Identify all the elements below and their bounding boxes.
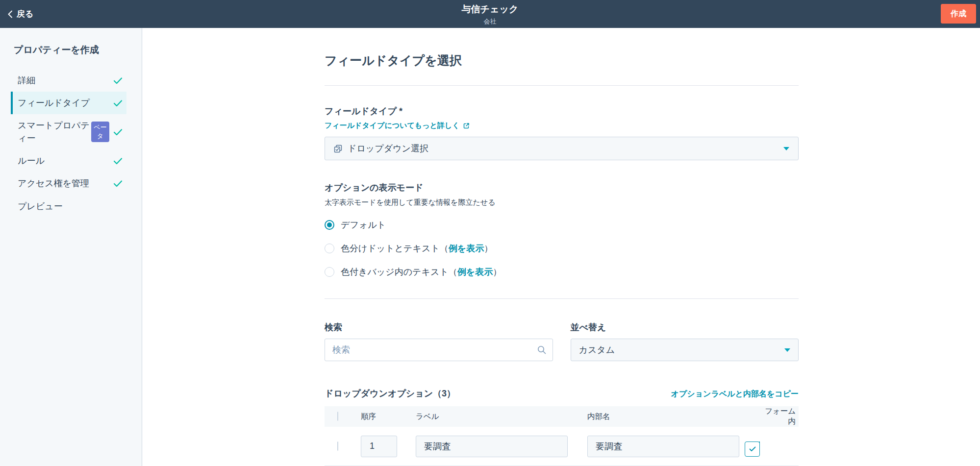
chevron-down-icon — [783, 147, 789, 150]
section-heading: フィールドタイプを選択 — [325, 52, 799, 69]
option-label-input[interactable] — [416, 436, 568, 457]
search-label: 検索 — [325, 321, 553, 333]
page-title: 与信チェック — [462, 3, 519, 16]
sidebar-item-label: ルール — [18, 154, 91, 167]
options-table: 順序 ラベル 内部名 フォーム内 — [325, 406, 799, 466]
main-panel: フィールドタイプを選択 フィールドタイプ * フィールドタイプについてもっと詳し… — [142, 28, 980, 466]
display-mode-description: 太字表示モードを使用して重要な情報を際立たせる — [325, 198, 799, 207]
options-table-header: 順序 ラベル 内部名 フォーム内 — [325, 406, 799, 427]
page-subtitle: 会社 — [484, 17, 497, 26]
step-complete-check-icon — [113, 99, 123, 107]
sidebar-item-field-type[interactable]: フィールドタイプ — [11, 92, 126, 114]
sidebar-item-preview[interactable]: プレビュー — [11, 195, 126, 218]
field-type-value: ドロップダウン選択 — [348, 143, 428, 154]
divider — [325, 298, 799, 299]
radio-option-colored-dots[interactable]: 色分けドットとテキスト（例を表示） — [325, 243, 799, 254]
copy-options-link[interactable]: オプションラベルと内部名をコピー — [671, 389, 799, 399]
display-mode-label: オプションの表示モード — [325, 182, 799, 194]
field-type-help-link[interactable]: フィールドタイプについてもっと詳しく — [325, 121, 470, 130]
search-column: 検索 — [325, 321, 553, 361]
radio-option-default[interactable]: デフォルト — [325, 219, 799, 231]
show-example-link[interactable]: 例を表示 — [449, 244, 484, 253]
radio-icon — [325, 244, 334, 253]
step-complete-check-icon — [113, 77, 123, 84]
row-checkbox[interactable] — [337, 441, 338, 451]
sidebar-item-smart-property[interactable]: スマートプロパティー ベータ — [11, 114, 126, 149]
step-complete-check-icon — [113, 157, 123, 165]
steps-nav: 詳細 フィールドタイプ スマートプロパティー ベータ ルール アクセス権を管理 — [0, 69, 142, 218]
in-form-toggle[interactable] — [759, 441, 760, 451]
column-header-label: ラベル — [416, 412, 587, 422]
column-header-internal: 内部名 — [587, 412, 759, 422]
top-bar: 戻る 与信チェック 会社 作成 — [0, 0, 980, 28]
column-header-order: 順序 — [361, 412, 416, 422]
chevron-down-icon — [784, 348, 790, 352]
sort-select[interactable]: カスタム — [571, 339, 799, 361]
sidebar-item-access[interactable]: アクセス権を管理 — [11, 172, 126, 195]
sidebar-item-label: フィールドタイプ — [18, 97, 91, 109]
radio-option-colored-badge[interactable]: 色付きバッジ内のテキスト（例を表示） — [325, 266, 799, 278]
radio-label: 色分けドットとテキスト（例を表示） — [341, 243, 493, 254]
sidebar-item-details[interactable]: 詳細 — [11, 69, 126, 92]
order-input[interactable] — [361, 436, 397, 457]
sort-value: カスタム — [579, 344, 615, 356]
step-complete-check-icon — [113, 180, 123, 187]
sidebar-item-label: 詳細 — [18, 74, 91, 87]
sidebar-item-label: アクセス権を管理 — [18, 177, 91, 190]
create-button[interactable]: 作成 — [941, 4, 976, 24]
radio-icon — [325, 220, 334, 230]
radio-icon — [325, 267, 334, 277]
radio-label: デフォルト — [341, 219, 386, 231]
sort-column: 並べ替え カスタム — [571, 321, 799, 361]
column-header-in-form: フォーム内 — [759, 406, 799, 427]
sidebar-item-label: スマートプロパティー — [18, 119, 91, 145]
field-type-label: フィールドタイプ * — [325, 105, 799, 117]
steps-sidebar: プロパティーを作成 詳細 フィールドタイプ スマートプロパティー ベータ ルール… — [0, 28, 142, 466]
search-icon — [537, 345, 546, 354]
field-type-select[interactable]: ドロップダウン選択 — [325, 137, 799, 160]
dropdown-select-icon — [334, 145, 342, 153]
internal-name-input[interactable] — [587, 436, 739, 457]
radio-label: 色付きバッジ内のテキスト（例を表示） — [341, 266, 502, 278]
toggle-check-icon — [745, 441, 760, 457]
show-example-link[interactable]: 例を表示 — [457, 267, 493, 277]
divider — [325, 85, 799, 86]
beta-badge: ベータ — [91, 122, 109, 142]
sort-label: 並べ替え — [571, 321, 799, 333]
back-label: 戻る — [17, 8, 33, 20]
options-title: ドロップダウンオプション（3） — [325, 388, 455, 399]
chevron-left-icon — [8, 10, 13, 18]
step-complete-check-icon — [113, 128, 123, 136]
option-row — [325, 427, 799, 466]
back-button[interactable]: 戻る — [8, 8, 33, 20]
sidebar-heading: プロパティーを作成 — [14, 44, 142, 56]
required-mark: * — [399, 106, 402, 116]
external-link-icon — [463, 123, 470, 129]
sidebar-item-label: プレビュー — [18, 200, 91, 213]
search-input[interactable] — [325, 339, 553, 361]
select-all-checkbox[interactable] — [337, 412, 338, 421]
sidebar-item-rules[interactable]: ルール — [11, 149, 126, 172]
